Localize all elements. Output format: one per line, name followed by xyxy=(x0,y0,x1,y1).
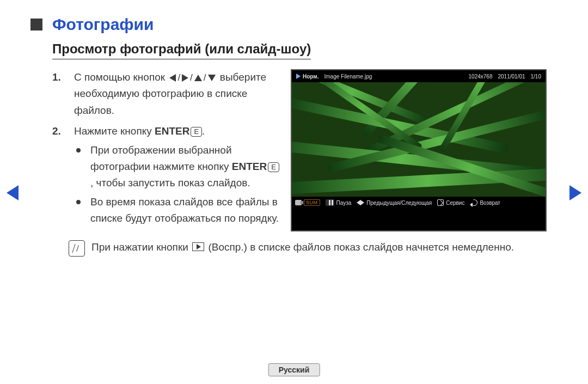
viewer-resolution: 1024x768 xyxy=(469,74,493,80)
page-subtitle: Просмотр фотографий (или слайд-шоу) xyxy=(52,41,311,59)
step-2-post: . xyxy=(202,125,205,137)
viewer-pause-hint: Пауза xyxy=(326,199,352,206)
prev-page-button[interactable] xyxy=(7,185,19,200)
bullet-1: При отображении выбранной фотографии наж… xyxy=(74,142,281,192)
enter-icon: E xyxy=(191,127,202,137)
note-text: При нажатии кнопки (Воспр.) в списке фай… xyxy=(91,239,514,257)
bullet-1-post: , чтобы запустить показ слайдов. xyxy=(90,177,250,188)
step-1-pre: С помощью кнопок xyxy=(74,71,168,83)
viewer-prevnext-hint: Предыдущая/Следующая xyxy=(357,200,432,206)
tools-icon xyxy=(437,199,444,206)
viewer-mode-label: Норм. xyxy=(303,74,318,80)
viewer-date: 2011/01/01 xyxy=(498,74,525,80)
return-label: Возврат xyxy=(480,200,500,206)
play-button-icon xyxy=(192,242,204,251)
play-indicator-icon xyxy=(296,74,301,79)
sum-label: SUM xyxy=(304,199,320,206)
note-post: (Воспр.) в списке файлов показ слайдов н… xyxy=(208,241,514,253)
pause-icon xyxy=(329,200,330,205)
left-right-arrow-icon xyxy=(357,200,364,205)
step-2: Нажмите кнопку ENTERE. При отображении в… xyxy=(52,123,281,227)
viewer-mode: Норм. xyxy=(296,74,318,80)
return-icon xyxy=(470,199,477,206)
viewer-filename: Image Filename.jpg xyxy=(324,74,372,80)
enter-label: ENTER xyxy=(155,125,189,137)
note-pre: При нажатии кнопки xyxy=(91,241,191,253)
viewer-return-hint: Возврат xyxy=(470,199,500,206)
enter-icon-2: E xyxy=(268,162,279,172)
viewer-footer: SUM Пауза Предыдущая/Следующая Сервис Во… xyxy=(292,197,546,209)
enter-label-2: ENTER xyxy=(232,161,267,172)
viewer-header: Норм. Image Filename.jpg 1024x768 2011/0… xyxy=(292,70,546,82)
viewer-tools-hint: Сервис xyxy=(437,199,464,206)
photo-viewer-preview: Норм. Image Filename.jpg 1024x768 2011/0… xyxy=(291,69,547,231)
viewer-image xyxy=(292,82,546,197)
step-1: С помощью кнопок / / / выберите необходи… xyxy=(52,69,281,119)
note-row: При нажатии кнопки (Воспр.) в списке фай… xyxy=(69,239,558,257)
language-badge: Русский xyxy=(268,363,320,376)
dpad-arrows-icon: / / / xyxy=(169,70,215,85)
step-2-pre: Нажмите кнопку xyxy=(74,125,155,137)
page-title: Фотографии xyxy=(52,15,154,34)
bullet-2: Во время показа слайдов все файлы в спис… xyxy=(74,194,281,227)
viewer-sum-badge: SUM xyxy=(295,199,320,206)
tools-label: Сервис xyxy=(446,200,464,206)
viewer-index: 1/10 xyxy=(531,74,541,80)
storage-icon xyxy=(295,200,302,205)
note-icon xyxy=(69,240,85,257)
section-marker-icon xyxy=(30,19,42,31)
bullet-1-pre: При отображении выбранной фотографии наж… xyxy=(90,144,232,172)
prevnext-label: Предыдущая/Следующая xyxy=(366,200,432,206)
pause-label: Пауза xyxy=(336,200,352,206)
instructions-column: С помощью кнопок / / / выберите необходи… xyxy=(30,69,281,231)
next-page-button[interactable] xyxy=(569,185,581,200)
